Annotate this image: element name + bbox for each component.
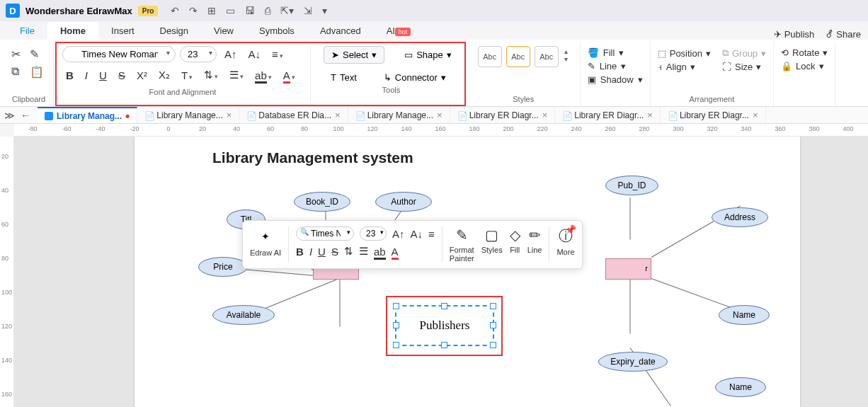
rotate-button[interactable]: ⟲ Rotate▾ xyxy=(781,47,828,58)
fill-icon[interactable]: ◇ xyxy=(510,227,520,243)
menu-home[interactable]: Home xyxy=(47,22,98,40)
menu-advanced[interactable]: Advanced xyxy=(307,22,374,40)
style-preset-3[interactable]: Abc xyxy=(535,46,559,67)
decrease-font-icon[interactable]: A↓ xyxy=(411,228,423,240)
close-icon[interactable]: × xyxy=(437,110,442,120)
bullets-icon[interactable]: ☰ xyxy=(359,245,368,258)
line-button[interactable]: ✎Line ▾ xyxy=(588,59,643,73)
bold-icon[interactable]: B xyxy=(296,246,304,258)
position-button[interactable]: ⬚ Position▾ xyxy=(658,47,711,59)
spacing-icon[interactable]: ⇅ xyxy=(344,245,353,258)
shape-name1[interactable]: Name xyxy=(719,305,770,325)
styles-icon[interactable]: ▢ xyxy=(485,227,498,243)
page[interactable]: Library Management system Book_ID Author… xyxy=(135,137,800,407)
bold-icon[interactable]: B xyxy=(62,67,77,84)
doc-tab-0[interactable]: Library Manag...• xyxy=(38,107,137,123)
shape-pub-id[interactable]: Pub_ID xyxy=(605,176,658,195)
font-color-icon[interactable]: A xyxy=(392,246,399,258)
doc-tab-3[interactable]: 📄Library Manage...× xyxy=(348,107,450,123)
ai-icon[interactable]: ✦ xyxy=(256,227,275,246)
redo-icon[interactable]: ↷ xyxy=(189,5,198,16)
shape-author[interactable]: Author xyxy=(375,192,432,212)
publish-button[interactable]: ✈ Publish xyxy=(774,29,815,40)
new-icon[interactable]: ⊞ xyxy=(207,5,216,16)
format-painter-icon[interactable]: ✎ xyxy=(456,227,468,243)
highlight-icon[interactable]: ab xyxy=(374,246,386,258)
italic-icon[interactable]: I xyxy=(309,246,312,258)
close-icon[interactable]: × xyxy=(542,110,548,120)
close-icon[interactable]: × xyxy=(753,110,758,120)
open-icon[interactable]: ▭ xyxy=(226,5,235,16)
close-icon[interactable]: × xyxy=(335,110,341,120)
italic-icon[interactable]: I xyxy=(81,67,91,84)
doc-tab-2[interactable]: 📄Database ER Dia...× xyxy=(239,107,348,123)
more-qat-icon[interactable]: ▾ xyxy=(322,5,327,16)
spacing-icon[interactable]: ⇅ xyxy=(200,67,222,84)
align-menu-icon[interactable]: ≡ xyxy=(268,46,287,62)
paste-icon[interactable]: 📋 xyxy=(30,65,46,79)
case-icon[interactable]: T xyxy=(178,67,196,84)
doc-tab-5[interactable]: 📄Library ER Diagr...× xyxy=(555,107,661,123)
selected-text-shape[interactable]: Publishers xyxy=(395,305,494,346)
shape-name2[interactable]: Name xyxy=(715,377,766,397)
tabs-scroll-left-icon[interactable]: ≫ xyxy=(4,110,15,121)
underline-icon[interactable]: U xyxy=(318,246,326,258)
doc-tab-4[interactable]: 📄Library ER Diagr...× xyxy=(450,107,556,123)
export-icon[interactable]: ⇱▾ xyxy=(280,5,294,16)
menu-ai[interactable]: AI hot xyxy=(374,22,423,40)
underline-icon[interactable]: U xyxy=(96,67,110,84)
align-icon[interactable]: ≡ xyxy=(428,228,435,240)
tabs-back-icon[interactable]: ← xyxy=(21,110,30,121)
undo-icon[interactable]: ↶ xyxy=(171,5,179,16)
shape-expiry[interactable]: Expiry_date xyxy=(598,352,668,372)
menu-insert[interactable]: Insert xyxy=(98,22,147,40)
increase-font-icon[interactable]: A↑ xyxy=(392,228,405,240)
style-preset-2[interactable]: Abc xyxy=(506,46,530,67)
subscript-icon[interactable]: X₂ xyxy=(155,67,173,84)
share-button[interactable]: ⚦ Share xyxy=(826,29,861,40)
doc-tab-6[interactable]: 📄Library ER Diagr...× xyxy=(661,107,766,123)
connector-button[interactable]: ↳Connector ▾ xyxy=(377,69,453,86)
style-preset-1[interactable]: Abc xyxy=(478,46,502,67)
fill-button[interactable]: 🪣Fill ▾ xyxy=(588,46,643,59)
font-color-icon[interactable]: A xyxy=(280,67,299,84)
align-button[interactable]: ⫞ Align▾ xyxy=(658,62,711,72)
doc-tab-1[interactable]: 📄Library Manage...× xyxy=(137,107,239,123)
shape-book-id[interactable]: Book_ID xyxy=(294,192,350,212)
copy-icon[interactable]: ⧉ xyxy=(11,65,23,79)
shape-available[interactable]: Available xyxy=(212,305,275,325)
strike-icon[interactable]: S xyxy=(331,246,338,258)
line-icon[interactable]: ✏ xyxy=(529,227,541,243)
highlight-icon[interactable]: ab xyxy=(251,67,275,84)
select-button[interactable]: ➤Select ▾ xyxy=(324,46,384,64)
strike-icon[interactable]: S xyxy=(115,67,129,84)
bullets-icon[interactable]: ☰ xyxy=(226,67,247,84)
superscript-icon[interactable]: X² xyxy=(133,67,151,84)
menu-symbols[interactable]: Symbols xyxy=(246,22,307,40)
menu-design[interactable]: Design xyxy=(147,22,201,40)
menu-view[interactable]: View xyxy=(201,22,246,40)
size-button[interactable]: ⛶ Size▾ xyxy=(722,62,766,72)
menu-file[interactable]: File xyxy=(7,22,47,40)
lock-button[interactable]: 🔒 Lock▾ xyxy=(781,61,828,71)
shape-price[interactable]: Price xyxy=(198,257,248,277)
close-icon[interactable]: × xyxy=(227,110,232,120)
print-icon[interactable]: ⎙ xyxy=(265,5,270,16)
import-icon[interactable]: ⇲ xyxy=(304,5,312,16)
canvas[interactable]: Library Management system Book_ID Author… xyxy=(14,137,868,407)
entity-box-right[interactable]: r xyxy=(605,258,651,280)
save-icon[interactable]: 🖫 xyxy=(245,5,255,16)
pin-icon[interactable]: 📌 xyxy=(565,224,576,235)
increase-font-icon[interactable]: A↑ xyxy=(221,46,241,62)
text-button[interactable]: TText xyxy=(324,69,364,86)
styles-more-icon[interactable]: ▴▾ xyxy=(563,46,569,67)
decrease-font-icon[interactable]: A↓ xyxy=(245,46,265,62)
close-icon[interactable]: × xyxy=(647,110,653,120)
font-family-input[interactable] xyxy=(62,46,176,62)
format-painter-icon[interactable]: ✎ xyxy=(30,47,46,61)
shape-button[interactable]: ▭Shape ▾ xyxy=(397,47,459,63)
shadow-button[interactable]: ▣Shadow ▾ xyxy=(588,73,643,86)
shape-address[interactable]: Address xyxy=(712,207,768,227)
group-button[interactable]: ⧉ Group▾ xyxy=(722,47,766,59)
cut-icon[interactable]: ✂ xyxy=(11,47,23,61)
